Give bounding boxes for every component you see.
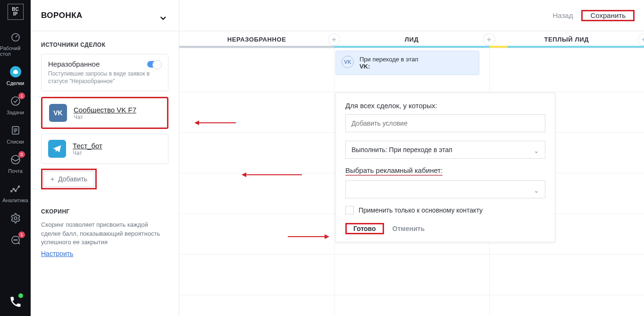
stage-label: ЛИД bbox=[405, 36, 419, 43]
badge: 5 bbox=[18, 151, 25, 158]
panel-header[interactable]: ВОРОНКА ⌄ bbox=[31, 0, 179, 31]
done-button[interactable]: Готово bbox=[347, 221, 383, 236]
vk-icon: VK bbox=[49, 104, 67, 122]
svg-point-9 bbox=[14, 217, 17, 220]
add-label: Добавить bbox=[58, 175, 87, 183]
ad-cabinet-select[interactable]: ⌄ bbox=[345, 180, 545, 198]
checkbox-icon bbox=[345, 206, 354, 214]
rail-item-lists[interactable]: Списки bbox=[0, 120, 31, 149]
rail-phone[interactable] bbox=[0, 288, 31, 316]
unsorted-source-box: Неразобранное Поступившие запросы в виде… bbox=[41, 54, 168, 91]
telegram-icon bbox=[48, 140, 66, 158]
add-stage-button[interactable]: + bbox=[638, 34, 644, 46]
save-highlight: Сохранить bbox=[581, 10, 635, 21]
source-name: Тест_бот bbox=[73, 142, 102, 150]
apply-main-contact-checkbox[interactable]: Применить только к основному контакту bbox=[345, 206, 545, 214]
checkbox-label: Применить только к основному контакту bbox=[359, 206, 483, 214]
unsorted-desc: Поступившие запросы в виде заявок в стат… bbox=[48, 70, 161, 85]
chevron-down-icon: ⌄ bbox=[534, 147, 539, 154]
rail-item-mail[interactable]: 5 Почта bbox=[0, 149, 31, 179]
rail-item-label: Рабочий стол bbox=[0, 45, 31, 57]
sidebar-panel: ВОРОНКА ⌄ ИСТОЧНИКИ СДЕЛОК Неразобранное… bbox=[31, 0, 179, 316]
chevron-down-icon: ⌄ bbox=[534, 187, 539, 194]
topbar: Назад Сохранить bbox=[179, 0, 644, 31]
trigger-config-popup: Для всех сделок, у которых: Выполнить: П… bbox=[335, 93, 555, 242]
select-value bbox=[351, 186, 353, 193]
rail-item-label: Задачи bbox=[7, 110, 24, 115]
rail-item-label: Сделки bbox=[7, 80, 25, 86]
svg-point-4 bbox=[11, 155, 20, 164]
stage-unsorted[interactable]: НЕРАЗОБРАННОЕ + bbox=[179, 31, 334, 48]
annotation-arrow-icon bbox=[288, 236, 326, 237]
stage-lead[interactable]: ЛИД + bbox=[334, 31, 489, 48]
svg-point-2 bbox=[11, 97, 20, 105]
pipeline-stages: НЕРАЗОБРАННОЕ + ЛИД + ТЕПЛЫЙ ЛИД + bbox=[179, 31, 644, 48]
rail-item-analytics[interactable]: Аналитика bbox=[0, 179, 31, 208]
annotation-arrow-icon bbox=[198, 122, 236, 123]
nav-rail: BCIP Рабочий стол Сделки 1 Задачи Списки… bbox=[0, 0, 31, 316]
scoring-desc: Скоринг позволяет присвоить каждой сделк… bbox=[41, 221, 168, 247]
trigger-line1: При переходе в этап bbox=[360, 56, 418, 63]
back-button[interactable]: Назад bbox=[552, 11, 573, 19]
unsorted-toggle[interactable] bbox=[147, 61, 161, 68]
unsorted-name: Неразобранное bbox=[48, 60, 161, 68]
chevron-down-icon: ⌄ bbox=[158, 9, 168, 22]
rail-item-chat[interactable]: 1 bbox=[0, 230, 31, 251]
rail-item-settings[interactable] bbox=[0, 208, 31, 230]
scoring-title: СКОРИНГ bbox=[41, 208, 168, 215]
panel-title: ВОРОНКА bbox=[41, 11, 83, 20]
source-type: Чат bbox=[74, 114, 136, 120]
badge: 1 bbox=[18, 231, 25, 238]
rail-item-dashboard[interactable]: Рабочий стол bbox=[0, 26, 31, 61]
select-value: Выполнить: При переходе в этап bbox=[351, 146, 452, 154]
done-highlight: Готово bbox=[345, 223, 384, 234]
save-button[interactable]: Сохранить bbox=[583, 7, 633, 24]
for-deals-label: Для всех сделок, у которых: bbox=[345, 102, 545, 110]
annotation-arrow-icon bbox=[245, 174, 302, 175]
rail-item-label: Аналитика bbox=[2, 197, 28, 203]
svg-point-11 bbox=[15, 239, 16, 240]
analytics-icon bbox=[9, 182, 22, 196]
svg-point-10 bbox=[14, 239, 15, 240]
status-dot-icon bbox=[18, 293, 23, 298]
lists-icon bbox=[9, 124, 22, 137]
pipeline-canvas: VK При переходе в этап VK: Для всех сдел… bbox=[179, 48, 644, 316]
main-area: Назад Сохранить НЕРАЗОБРАННОЕ + ЛИД + ТЕ… bbox=[179, 0, 644, 316]
rail-item-label: Почта bbox=[8, 168, 23, 174]
source-name: Сообщество VK F7 bbox=[74, 106, 136, 114]
execute-when-select[interactable]: Выполнить: При переходе в этап ⌄ bbox=[345, 141, 545, 159]
settings-icon bbox=[9, 212, 22, 225]
trigger-line2: VK: bbox=[360, 63, 418, 70]
badge: 1 bbox=[18, 93, 25, 99]
ad-cabinet-label: Выбрать рекламный кабинет: bbox=[345, 166, 443, 176]
vk-circle-icon: VK bbox=[342, 56, 354, 68]
add-stage-button[interactable]: + bbox=[328, 34, 340, 46]
rail-item-deals[interactable]: Сделки bbox=[0, 61, 31, 91]
rail-item-label: Списки bbox=[7, 139, 24, 145]
stage-label: ТЕПЛЫЙ ЛИД bbox=[544, 36, 589, 43]
add-condition-input[interactable] bbox=[345, 114, 545, 132]
add-source-button[interactable]: + Добавить bbox=[43, 171, 94, 187]
rail-item-tasks[interactable]: 1 Задачи bbox=[0, 91, 31, 120]
scoring-configure-link[interactable]: Настроить bbox=[41, 250, 73, 257]
trigger-card-vk[interactable]: VK При переходе в этап VK: bbox=[335, 51, 479, 75]
svg-point-12 bbox=[17, 239, 17, 240]
add-source-highlight: + Добавить bbox=[41, 169, 97, 189]
sources-section-title: ИСТОЧНИКИ СДЕЛОК bbox=[41, 42, 168, 48]
app-logo: BCIP bbox=[8, 4, 24, 20]
stage-warm-lead[interactable]: ТЕПЛЫЙ ЛИД + bbox=[489, 31, 644, 48]
source-type: Чат bbox=[73, 150, 102, 156]
source-item-telegram[interactable]: Тест_бот Чат bbox=[41, 134, 168, 164]
source-item-vk[interactable]: VK Сообщество VK F7 Чат bbox=[41, 97, 168, 129]
plus-icon: + bbox=[50, 175, 54, 183]
cancel-button[interactable]: Отменить bbox=[393, 225, 425, 232]
stage-label: НЕРАЗОБРАННОЕ bbox=[227, 36, 286, 43]
deals-icon bbox=[9, 65, 22, 78]
dashboard-icon bbox=[9, 30, 22, 43]
add-stage-button[interactable]: + bbox=[483, 34, 495, 46]
